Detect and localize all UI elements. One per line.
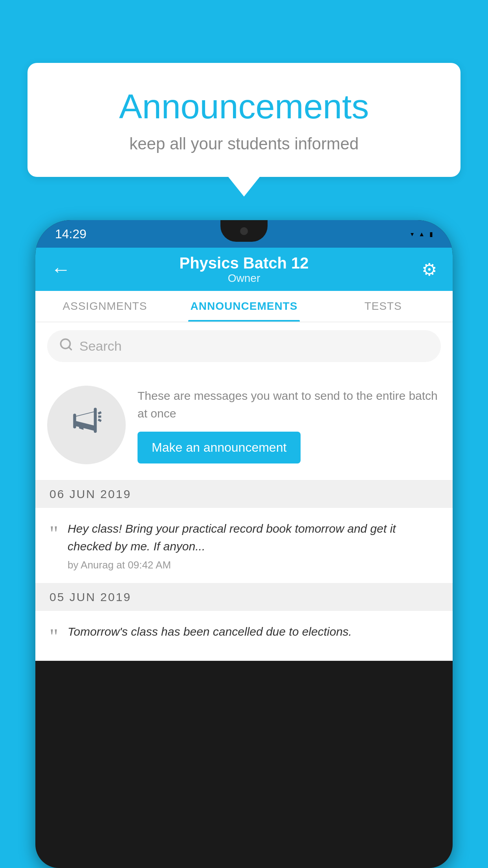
announcement-item-1[interactable]: " Hey class! Bring your practical record… bbox=[35, 508, 453, 583]
app-bar-title: Physics Batch 12 bbox=[179, 254, 308, 272]
status-icons: ▾ ▲ ▮ bbox=[411, 230, 433, 238]
tab-assignments[interactable]: ASSIGNMENTS bbox=[35, 291, 174, 322]
tab-tests[interactable]: TESTS bbox=[314, 291, 453, 322]
speech-bubble-section: Announcements keep all your students inf… bbox=[28, 63, 460, 197]
status-time: 14:29 bbox=[55, 227, 86, 241]
notch bbox=[220, 220, 268, 242]
status-bar: 14:29 ▾ ▲ ▮ bbox=[35, 220, 453, 248]
speech-bubble: Announcements keep all your students inf… bbox=[28, 63, 460, 177]
battery-icon: ▮ bbox=[429, 230, 433, 238]
tab-bar: ASSIGNMENTS ANNOUNCEMENTS TESTS bbox=[35, 291, 453, 322]
quote-icon-1: " bbox=[50, 521, 58, 546]
search-input-wrapper[interactable]: Search bbox=[47, 330, 441, 362]
megaphone-circle bbox=[47, 386, 126, 464]
camera bbox=[240, 227, 248, 235]
date-separator-2: 05 JUN 2019 bbox=[35, 583, 453, 611]
back-button[interactable]: ← bbox=[51, 258, 71, 281]
tab-announcements[interactable]: ANNOUNCEMENTS bbox=[174, 291, 314, 322]
announcement-text-1: Hey class! Bring your practical record b… bbox=[68, 520, 438, 571]
svg-line-4 bbox=[98, 419, 101, 421]
bubble-subtitle: keep all your students informed bbox=[59, 134, 429, 153]
app-bar: ← Physics Batch 12 Owner ⚙ bbox=[35, 248, 453, 291]
megaphone-icon bbox=[69, 403, 104, 447]
bubble-arrow bbox=[228, 177, 260, 197]
announcement-prompt: These are messages you want to send to t… bbox=[35, 370, 453, 480]
announcement-prompt-content: These are messages you want to send to t… bbox=[138, 387, 441, 463]
announcement-prompt-desc: These are messages you want to send to t… bbox=[138, 387, 441, 422]
announcement-item-2[interactable]: " Tomorrow's class has been cancelled du… bbox=[35, 611, 453, 661]
date-separator-1: 06 JUN 2019 bbox=[35, 480, 453, 508]
phone-frame: 14:29 ▾ ▲ ▮ ← Physics Batch 12 Owner ⚙ A… bbox=[35, 220, 453, 868]
make-announcement-button[interactable]: Make an announcement bbox=[138, 432, 301, 463]
svg-line-2 bbox=[98, 412, 101, 414]
search-placeholder-text: Search bbox=[79, 338, 122, 354]
announcement-meta-1: by Anurag at 09:42 AM bbox=[68, 559, 438, 571]
app-bar-subtitle: Owner bbox=[179, 272, 308, 285]
announcement-message-1: Hey class! Bring your practical record b… bbox=[68, 520, 438, 555]
settings-icon[interactable]: ⚙ bbox=[422, 259, 437, 280]
app-bar-title-container: Physics Batch 12 Owner bbox=[179, 254, 308, 285]
phone-inner: ← Physics Batch 12 Owner ⚙ ASSIGNMENTS A… bbox=[35, 248, 453, 868]
svg-line-1 bbox=[69, 347, 72, 350]
bubble-title: Announcements bbox=[59, 86, 429, 127]
signal-icon: ▲ bbox=[418, 230, 425, 237]
quote-icon-2: " bbox=[50, 624, 58, 649]
announcement-message-2: Tomorrow's class has been cancelled due … bbox=[68, 623, 438, 640]
search-icon bbox=[59, 337, 73, 355]
announcement-text-2: Tomorrow's class has been cancelled due … bbox=[68, 623, 438, 644]
wifi-icon: ▾ bbox=[411, 230, 414, 238]
search-bar-container: Search bbox=[35, 322, 453, 370]
